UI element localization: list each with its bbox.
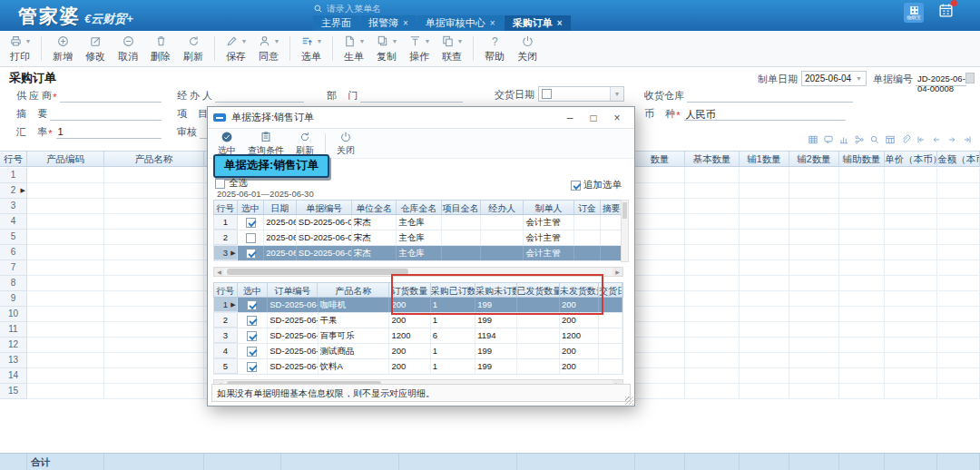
column-header-订货数量: 订货数量 bbox=[389, 283, 430, 297]
row-checkbox[interactable] bbox=[247, 316, 257, 326]
dropdown-caret[interactable]: ▼ bbox=[359, 38, 366, 44]
刷新-button[interactable]: 刷新 bbox=[177, 32, 210, 65]
table-row[interactable]: 22025-06-04SD-2025-06-04-000宋杰主仓库会计主管 bbox=[213, 230, 623, 246]
handler-label: 经 办 人 bbox=[177, 89, 212, 103]
supplier-input[interactable] bbox=[60, 90, 162, 103]
table-row[interactable]: 3SD-2025-06-04-000百事可乐1200611941200 bbox=[213, 328, 623, 344]
calendar-notification-button[interactable] bbox=[938, 3, 955, 19]
grid-cell bbox=[839, 322, 885, 338]
append-order-checkbox[interactable] bbox=[571, 181, 581, 191]
table-row[interactable]: 1▶SD-2025-06-04-000咖啡机2001199200 bbox=[213, 298, 623, 313]
复制-button[interactable]: ▼复制 bbox=[370, 32, 403, 65]
recv-warehouse-input[interactable] bbox=[687, 90, 853, 103]
grid-tool-grid[interactable] bbox=[808, 134, 818, 147]
打印-button[interactable]: ▼打印 bbox=[4, 32, 36, 65]
dropdown-caret[interactable]: ▼ bbox=[241, 38, 248, 44]
grid-tool-nav-next[interactable] bbox=[946, 134, 957, 147]
保存-button[interactable]: ▼保存 bbox=[220, 32, 252, 65]
wulianbao-badge[interactable]: 物联宝 bbox=[904, 3, 924, 23]
data-cell bbox=[601, 230, 622, 245]
grid-tool-paperclip[interactable] bbox=[900, 134, 911, 147]
doc-no-lookup-button[interactable] bbox=[965, 73, 975, 83]
delivery-date-combo[interactable]: ▼ bbox=[538, 86, 624, 102]
maximize-button[interactable]: □ bbox=[582, 112, 605, 124]
tab-单据审核中心[interactable]: 单据审核中心× bbox=[417, 15, 504, 31]
scrollbar-thumb[interactable] bbox=[227, 269, 408, 275]
dropdown-caret[interactable]: ▼ bbox=[274, 38, 280, 44]
row-checkbox[interactable] bbox=[246, 218, 256, 228]
menu-search-input[interactable] bbox=[327, 4, 544, 14]
tab-close-icon[interactable]: × bbox=[403, 18, 408, 28]
删除-button[interactable]: 删除 bbox=[144, 32, 177, 65]
tab-close-icon[interactable]: × bbox=[557, 18, 563, 28]
table-row[interactable]: 12025-06-04SD-2025-06-04-000宋杰主仓库会计主管 bbox=[213, 215, 623, 230]
currency-input[interactable]: 人民币 bbox=[684, 108, 846, 121]
toolbar-icon-row bbox=[89, 34, 103, 48]
rate-input[interactable]: 1 bbox=[56, 126, 162, 139]
tab-报警簿[interactable]: 报警簿× bbox=[360, 15, 416, 31]
grid-tool-comment[interactable] bbox=[823, 134, 834, 147]
table-row[interactable]: 4SD-2025-06-04-000测试商品2001199200 bbox=[213, 344, 623, 359]
scroll-left-arrow[interactable]: ◀ bbox=[214, 268, 224, 276]
select-all-checkbox[interactable] bbox=[215, 179, 225, 189]
同意-button[interactable]: ▼同意 bbox=[252, 32, 285, 65]
dialog-titlebar[interactable]: 单据选择:销售订单 – □ × bbox=[208, 107, 634, 129]
grid-tool-share[interactable] bbox=[854, 134, 865, 147]
column-header-摘要: 摘要 bbox=[601, 201, 622, 214]
修改-button[interactable]: 修改 bbox=[79, 32, 112, 65]
dropdown-caret[interactable]: ▼ bbox=[317, 38, 323, 44]
grid-tool-bar-chart[interactable] bbox=[838, 134, 849, 147]
tab-采购订单[interactable]: 采购订单× bbox=[505, 15, 571, 31]
chevron-down-icon[interactable]: ▼ bbox=[610, 87, 623, 101]
orders-vertical-scrollbar[interactable] bbox=[621, 200, 629, 262]
grid-header-数量: 数量 bbox=[635, 152, 685, 166]
新增-button[interactable]: 新增 bbox=[46, 32, 79, 65]
table-row[interactable]: 5SD-2025-06-04-000饮料A2001199200 bbox=[213, 359, 623, 375]
取消-button[interactable]: 取消 bbox=[112, 32, 144, 65]
关闭-button[interactable]: 关闭 bbox=[511, 32, 544, 65]
menu-search[interactable] bbox=[313, 2, 585, 15]
minimize-button[interactable]: – bbox=[558, 112, 582, 124]
grid-cell bbox=[635, 276, 685, 291]
操作-button[interactable]: ▼操作 bbox=[403, 32, 436, 65]
row-checkbox[interactable] bbox=[247, 331, 257, 341]
row-checkbox[interactable] bbox=[247, 300, 257, 310]
tab-主界面[interactable]: 主界面 bbox=[313, 15, 359, 31]
dept-input[interactable] bbox=[360, 90, 463, 103]
handler-input[interactable] bbox=[215, 90, 304, 103]
tab-close-icon[interactable]: × bbox=[490, 18, 495, 28]
close-button[interactable]: × bbox=[605, 112, 629, 124]
table-row[interactable]: 3▶2025-06-04SD-2025-06-04-000宋杰主仓库会计主管 bbox=[213, 246, 623, 261]
dropdown-caret[interactable]: ▼ bbox=[25, 38, 32, 44]
生单-button[interactable]: ▼生单 bbox=[338, 32, 370, 65]
row-checkbox[interactable] bbox=[247, 362, 257, 372]
dropdown-caret[interactable]: ▼ bbox=[457, 38, 464, 44]
scroll-right-arrow[interactable]: ▶ bbox=[612, 268, 622, 276]
delivery-date-checkbox[interactable] bbox=[542, 89, 552, 99]
grid-cell bbox=[789, 183, 839, 199]
orders-horizontal-scrollbar[interactable]: ◀ ▶ bbox=[213, 267, 623, 277]
supplier-field: 供 应 商* bbox=[16, 88, 162, 103]
帮助-button[interactable]: ?帮助 bbox=[478, 32, 511, 65]
chevron-down-icon[interactable]: ▼ bbox=[852, 72, 866, 85]
row-checkbox[interactable] bbox=[247, 347, 257, 357]
row-checkbox[interactable] bbox=[246, 249, 256, 259]
dropdown-caret[interactable]: ▼ bbox=[425, 38, 431, 44]
选单-button[interactable]: ▼选单 bbox=[295, 32, 328, 65]
grid-tool-nav-prev[interactable] bbox=[931, 134, 942, 147]
dropdown-caret[interactable]: ▼ bbox=[392, 38, 398, 44]
关闭-button[interactable]: 关闭 bbox=[330, 129, 361, 158]
grid-tool-nav-first[interactable] bbox=[916, 134, 926, 147]
table-row[interactable]: 2SD-2025-06-04-000干果2001199200 bbox=[213, 313, 623, 328]
tab-label: 主界面 bbox=[321, 16, 351, 30]
row-checkbox[interactable] bbox=[246, 233, 256, 243]
grid-tool-table[interactable] bbox=[885, 134, 896, 147]
grid-tool-magnifier[interactable] bbox=[869, 134, 880, 147]
column-header-选中: 选中 bbox=[238, 283, 269, 297]
toolbar-icon-row: ▼ bbox=[441, 34, 464, 48]
联查-button[interactable]: ▼联查 bbox=[436, 32, 468, 65]
grid-tool-nav-last[interactable] bbox=[962, 134, 973, 147]
resize-grip[interactable] bbox=[625, 397, 633, 405]
summary-input[interactable] bbox=[50, 108, 162, 121]
doc-date-combo[interactable]: 2025-06-04 ▼ bbox=[801, 71, 867, 86]
